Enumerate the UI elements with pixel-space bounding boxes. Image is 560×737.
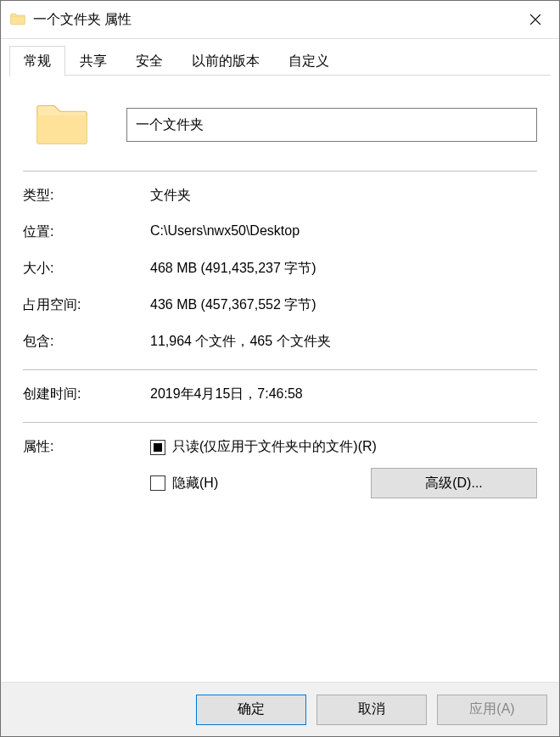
label-type: 类型: bbox=[23, 187, 150, 205]
value-contains: 11,964 个文件，465 个文件夹 bbox=[150, 333, 537, 351]
hidden-label: 隐藏(H) bbox=[172, 475, 218, 492]
value-size: 468 MB (491,435,237 字节) bbox=[150, 260, 537, 278]
dialog-footer: 确定 取消 应用(A) bbox=[1, 682, 559, 736]
close-icon bbox=[529, 14, 541, 25]
tab-content-general: 类型: 文件夹 位置: C:\Users\nwx50\Desktop 大小: 4… bbox=[1, 76, 559, 682]
ok-button[interactable]: 确定 bbox=[196, 695, 306, 725]
folder-icon bbox=[9, 11, 26, 28]
value-created: 2019年4月15日，7:46:58 bbox=[150, 385, 537, 403]
label-created: 创建时间: bbox=[23, 385, 150, 403]
divider bbox=[23, 422, 537, 423]
label-contains: 包含: bbox=[23, 333, 150, 351]
attribute-controls: 只读(仅应用于文件夹中的文件)(R) 隐藏(H) 高级(D)... bbox=[150, 438, 537, 498]
tab-general[interactable]: 常规 bbox=[9, 46, 65, 76]
readonly-checkbox[interactable] bbox=[150, 440, 165, 455]
advanced-button[interactable]: 高级(D)... bbox=[371, 468, 537, 498]
apply-button[interactable]: 应用(A) bbox=[437, 695, 547, 725]
properties-dialog: 一个文件夹 属性 常规 共享 安全 以前的版本 自定义 类型: 文件夹 bbox=[0, 0, 560, 737]
cancel-button[interactable]: 取消 bbox=[316, 695, 427, 725]
label-size-on-disk: 占用空间: bbox=[23, 296, 150, 314]
row-created: 创建时间: 2019年4月15日，7:46:58 bbox=[23, 385, 537, 403]
name-row bbox=[23, 94, 537, 155]
tab-customize[interactable]: 自定义 bbox=[274, 46, 344, 76]
value-location: C:\Users\nwx50\Desktop bbox=[150, 223, 537, 241]
tab-security[interactable]: 安全 bbox=[121, 46, 177, 76]
label-location: 位置: bbox=[23, 223, 150, 241]
readonly-label: 只读(仅应用于文件夹中的文件)(R) bbox=[172, 438, 377, 456]
label-size: 大小: bbox=[23, 260, 150, 278]
hidden-checkbox[interactable] bbox=[150, 475, 165, 491]
window-title: 一个文件夹 属性 bbox=[33, 11, 512, 29]
row-type: 类型: 文件夹 bbox=[23, 187, 537, 205]
value-size-on-disk: 436 MB (457,367,552 字节) bbox=[150, 296, 537, 314]
label-attributes: 属性: bbox=[23, 438, 150, 498]
folder-large-icon bbox=[31, 94, 92, 155]
folder-name-input[interactable] bbox=[126, 108, 537, 142]
tab-sharing[interactable]: 共享 bbox=[65, 46, 121, 76]
hidden-row: 隐藏(H) bbox=[150, 475, 218, 492]
row-attributes: 属性: 只读(仅应用于文件夹中的文件)(R) 隐藏(H) 高级(D)... bbox=[23, 438, 537, 498]
close-button[interactable] bbox=[512, 1, 559, 39]
row-size-on-disk: 占用空间: 436 MB (457,367,552 字节) bbox=[23, 296, 537, 314]
tab-strip: 常规 共享 安全 以前的版本 自定义 bbox=[1, 39, 559, 76]
divider bbox=[23, 369, 537, 370]
value-type: 文件夹 bbox=[150, 187, 537, 205]
divider bbox=[23, 171, 537, 172]
hidden-advanced-row: 隐藏(H) 高级(D)... bbox=[150, 468, 537, 498]
tab-previous-versions[interactable]: 以前的版本 bbox=[177, 46, 274, 76]
row-location: 位置: C:\Users\nwx50\Desktop bbox=[23, 223, 537, 241]
row-size: 大小: 468 MB (491,435,237 字节) bbox=[23, 260, 537, 278]
title-bar: 一个文件夹 属性 bbox=[1, 1, 559, 39]
readonly-row: 只读(仅应用于文件夹中的文件)(R) bbox=[150, 438, 537, 456]
row-contains: 包含: 11,964 个文件，465 个文件夹 bbox=[23, 333, 537, 351]
